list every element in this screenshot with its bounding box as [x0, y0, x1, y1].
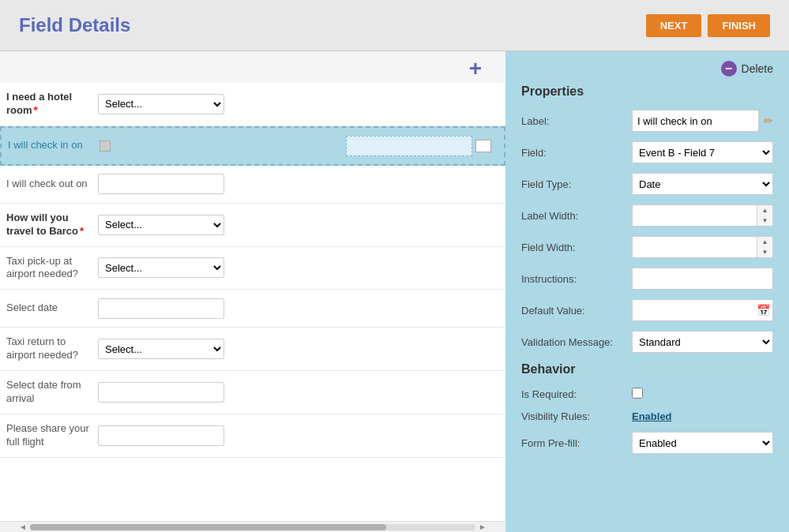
label-width-input[interactable] [632, 204, 773, 227]
spinner-up-arrow[interactable]: ▲ [757, 205, 772, 215]
field-type-label: Field Type: [521, 178, 632, 190]
spinner-down-arrow2[interactable]: ▼ [757, 247, 772, 257]
delete-icon[interactable]: − [721, 61, 737, 77]
prop-row-validation: Validation Message: Standard Custom [521, 331, 773, 353]
flight-input[interactable] [98, 425, 224, 446]
delete-link[interactable]: Delete [742, 62, 773, 75]
form-prefill-select[interactable]: Enabled Disabled [632, 432, 773, 454]
prop-row-visibility: Visibility Rules: Enabled [521, 410, 773, 422]
behavior-section: Behavior Is Required: Visibility Rules: … [521, 362, 773, 454]
form-row-date-arrival: Select date from arrival [0, 371, 505, 414]
instructions-label: Instructions: [521, 273, 632, 285]
date-arrival-input[interactable] [98, 382, 224, 403]
header-buttons: NEXT FINISH [646, 14, 770, 37]
label-travel: How will you travel to Barco* [6, 212, 93, 238]
properties-panel: − Delete Properties Label: ✏ Field: Even… [505, 51, 789, 532]
checkin-input-box[interactable] [346, 136, 472, 156]
add-btn-area: + [0, 51, 505, 83]
visibility-label: Visibility Rules: [521, 410, 632, 422]
label-checkout: I will check out on [6, 178, 93, 191]
label-select-date: Select date [6, 302, 93, 315]
taxi-pickup-select[interactable]: Select... Yes No [98, 257, 224, 278]
prop-row-required: Is Required: [521, 388, 773, 401]
input-checkout [98, 174, 493, 194]
hscroll-track [30, 524, 475, 530]
field-select[interactable]: Event B - Field 7 Event B - Field 1 Even… [632, 141, 773, 163]
prop-row-label-width: Label Width: ▲ ▼ [521, 204, 773, 227]
visibility-value: Enabled [632, 410, 773, 422]
label-width-spinner: ▲ ▼ [632, 204, 773, 227]
label-checkin: I will check in on [8, 139, 95, 152]
is-required-label: Is Required: [521, 388, 632, 400]
input-taxi-pickup: Select... Yes No [98, 257, 493, 278]
field-type-value-area: Date Text Select [632, 173, 773, 195]
hscroll-thumb[interactable] [30, 524, 386, 530]
form-prefill-label: Form Pre-fill: [521, 437, 632, 449]
copy-icon[interactable] [475, 140, 491, 152]
taxi-return-select[interactable]: Select... Yes No [98, 339, 224, 359]
behavior-title: Behavior [521, 362, 773, 377]
page-title: Field Details [19, 14, 130, 36]
input-hotel: Select... Yes No [98, 94, 493, 114]
form-scroll: I need a hotel room* Select... Yes No I … [0, 83, 505, 521]
is-required-checkbox[interactable] [632, 388, 643, 399]
finish-button[interactable]: FINISH [708, 14, 770, 37]
drag-handle[interactable] [100, 140, 111, 152]
label-hotel: I need a hotel room* [6, 91, 93, 118]
label-label: Label: [521, 115, 632, 127]
field-width-spinner: ▲ ▼ [632, 236, 773, 258]
field-label: Field: [521, 147, 632, 159]
add-field-button[interactable]: + [469, 58, 482, 80]
edit-pencil-icon[interactable]: ✏ [764, 114, 773, 127]
checkout-input[interactable] [98, 174, 224, 194]
default-value-label: Default Value: [521, 305, 632, 317]
form-row-checkout: I will check out on [0, 166, 505, 204]
prop-row-default-value: Default Value: 📅 [521, 299, 773, 321]
scroll-left-arrow[interactable]: ◄ [16, 523, 30, 531]
instructions-input[interactable] [632, 268, 773, 290]
label-taxi-pickup: Taxi pick-up at airport needed? [6, 255, 93, 282]
label-flight: Please share your full flight [6, 422, 93, 449]
input-flight [98, 425, 493, 446]
default-value-input[interactable] [632, 299, 773, 321]
visibility-link[interactable]: Enabled [632, 410, 672, 422]
spinner-up-arrow2[interactable]: ▲ [757, 237, 772, 247]
spinner-down-arrow[interactable]: ▼ [757, 215, 772, 226]
prop-row-label: Label: ✏ [521, 110, 773, 132]
instructions-value-area [632, 268, 773, 290]
prop-row-field-type: Field Type: Date Text Select [521, 173, 773, 195]
label-width-label: Label Width: [521, 210, 632, 222]
form-prefill-value-area: Enabled Disabled [632, 432, 773, 454]
form-row-flight: Please share your full flight [0, 414, 505, 458]
form-row-hotel: I need a hotel room* Select... Yes No [0, 83, 505, 126]
validation-label: Validation Message: [521, 336, 632, 348]
required-star2: * [80, 225, 84, 237]
input-date-arrival [98, 382, 493, 403]
form-row-select-date: Select date [0, 290, 505, 328]
field-width-input[interactable] [632, 236, 773, 258]
left-panel: + I need a hotel room* Select... Yes No [0, 51, 505, 532]
spinner-arrows: ▲ ▼ [757, 205, 772, 226]
prop-row-field-width: Field Width: ▲ ▼ [521, 236, 773, 258]
form-row-taxi-pickup: Taxi pick-up at airport needed? Select..… [0, 247, 505, 290]
scroll-right-arrow[interactable]: ► [475, 523, 490, 531]
is-required-value [632, 388, 773, 401]
calendar-icon[interactable]: 📅 [757, 304, 770, 317]
required-star: * [34, 104, 38, 116]
travel-select[interactable]: Select... Plane Train Car [98, 215, 224, 235]
next-button[interactable]: NEXT [646, 14, 702, 37]
validation-select[interactable]: Standard Custom [632, 331, 773, 353]
field-type-select[interactable]: Date Text Select [632, 173, 773, 195]
default-value-area: 📅 [632, 299, 773, 321]
label-with-edit: ✏ [632, 110, 773, 132]
select-date-input[interactable] [98, 298, 224, 319]
header: Field Details NEXT FINISH [0, 0, 789, 51]
spinner-arrows2: ▲ ▼ [757, 237, 772, 257]
prop-row-field: Field: Event B - Field 7 Event B - Field… [521, 141, 773, 163]
hotel-select[interactable]: Select... Yes No [98, 94, 224, 114]
label-input[interactable] [632, 110, 759, 132]
input-select-date [98, 298, 493, 319]
form-row-checkin: I will check in on [0, 126, 505, 166]
properties-title: Properties [521, 84, 773, 99]
form-row-taxi-return: Taxi return to airport needed? Select...… [0, 328, 505, 371]
